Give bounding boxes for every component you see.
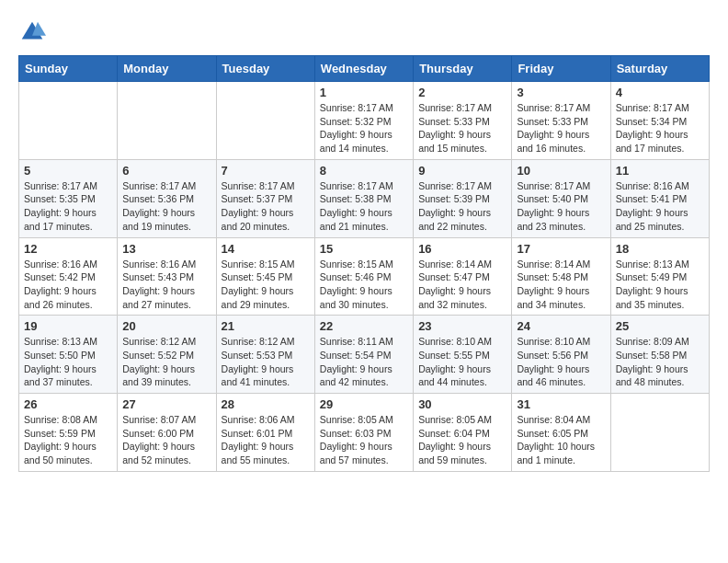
week-row-5: 26 Sunrise: 8:08 AMSunset: 5:59 PMDaylig…	[19, 394, 710, 472]
calendar-cell	[610, 394, 709, 472]
calendar-cell	[118, 82, 216, 160]
day-number: 17	[517, 242, 605, 256]
day-number: 3	[517, 86, 605, 99]
calendar-cell: 20 Sunrise: 8:12 AMSunset: 5:52 PMDaylig…	[118, 316, 216, 394]
calendar-cell: 5 Sunrise: 8:17 AMSunset: 5:35 PMDayligh…	[19, 159, 118, 237]
day-info: Sunrise: 8:17 AMSunset: 5:35 PMDaylight:…	[24, 179, 112, 234]
day-number: 4	[616, 86, 704, 99]
day-info: Sunrise: 8:04 AMSunset: 6:05 PMDaylight:…	[517, 413, 605, 467]
day-info: Sunrise: 8:17 AMSunset: 5:38 PMDaylight:…	[320, 179, 408, 234]
calendar-cell: 29 Sunrise: 8:05 AMSunset: 6:03 PMDaylig…	[314, 394, 413, 472]
day-info: Sunrise: 8:16 AMSunset: 5:42 PMDaylight:…	[24, 258, 112, 312]
calendar-cell: 28 Sunrise: 8:06 AMSunset: 6:01 PMDaylig…	[216, 394, 314, 472]
day-info: Sunrise: 8:11 AMSunset: 5:54 PMDaylight:…	[320, 335, 408, 389]
day-info: Sunrise: 8:12 AMSunset: 5:53 PMDaylight:…	[222, 335, 310, 389]
calendar-cell	[19, 82, 118, 160]
calendar-cell: 21 Sunrise: 8:12 AMSunset: 5:53 PMDaylig…	[216, 316, 314, 394]
day-info: Sunrise: 8:17 AMSunset: 5:37 PMDaylight:…	[222, 179, 310, 234]
day-info: Sunrise: 8:06 AMSunset: 6:01 PMDaylight:…	[222, 413, 310, 467]
calendar-cell: 2 Sunrise: 8:17 AMSunset: 5:33 PMDayligh…	[414, 82, 512, 160]
calendar-cell: 31 Sunrise: 8:04 AMSunset: 6:05 PMDaylig…	[512, 394, 610, 472]
calendar-cell: 24 Sunrise: 8:10 AMSunset: 5:56 PMDaylig…	[512, 316, 610, 394]
calendar-cell: 30 Sunrise: 8:05 AMSunset: 6:04 PMDaylig…	[414, 394, 512, 472]
weekday-header-monday: Monday	[118, 56, 216, 82]
day-number: 21	[222, 319, 310, 333]
day-number: 9	[418, 164, 506, 178]
weekday-header-tuesday: Tuesday	[216, 56, 314, 82]
day-info: Sunrise: 8:17 AMSunset: 5:39 PMDaylight:…	[418, 179, 506, 234]
calendar-cell: 25 Sunrise: 8:09 AMSunset: 5:58 PMDaylig…	[610, 316, 709, 394]
day-info: Sunrise: 8:17 AMSunset: 5:32 PMDaylight:…	[320, 101, 408, 155]
weekday-header-sunday: Sunday	[19, 56, 118, 82]
calendar-cell: 19 Sunrise: 8:13 AMSunset: 5:50 PMDaylig…	[19, 316, 118, 394]
calendar-cell: 22 Sunrise: 8:11 AMSunset: 5:54 PMDaylig…	[314, 316, 413, 394]
calendar: SundayMondayTuesdayWednesdayThursdayFrid…	[18, 55, 710, 472]
day-number: 22	[320, 319, 408, 333]
weekday-header-friday: Friday	[512, 56, 610, 82]
day-number: 16	[418, 242, 506, 256]
day-number: 6	[122, 164, 210, 178]
weekday-header-wednesday: Wednesday	[314, 56, 413, 82]
day-number: 28	[222, 397, 310, 411]
day-info: Sunrise: 8:07 AMSunset: 6:00 PMDaylight:…	[122, 413, 210, 467]
calendar-cell: 4 Sunrise: 8:17 AMSunset: 5:34 PMDayligh…	[610, 82, 709, 160]
calendar-cell: 13 Sunrise: 8:16 AMSunset: 5:43 PMDaylig…	[118, 237, 216, 316]
week-row-4: 19 Sunrise: 8:13 AMSunset: 5:50 PMDaylig…	[19, 316, 710, 394]
day-number: 18	[616, 242, 704, 256]
day-info: Sunrise: 8:14 AMSunset: 5:47 PMDaylight:…	[418, 258, 506, 312]
weekday-header-thursday: Thursday	[414, 56, 512, 82]
calendar-cell: 12 Sunrise: 8:16 AMSunset: 5:42 PMDaylig…	[19, 237, 118, 316]
header	[18, 18, 710, 46]
calendar-cell: 8 Sunrise: 8:17 AMSunset: 5:38 PMDayligh…	[314, 159, 413, 237]
day-number: 12	[24, 242, 112, 256]
day-number: 13	[122, 242, 210, 256]
weekday-header-row: SundayMondayTuesdayWednesdayThursdayFrid…	[19, 56, 710, 82]
day-number: 30	[418, 397, 506, 411]
logo-icon	[18, 18, 46, 46]
week-row-1: 1 Sunrise: 8:17 AMSunset: 5:32 PMDayligh…	[19, 82, 710, 160]
day-info: Sunrise: 8:17 AMSunset: 5:33 PMDaylight:…	[418, 101, 506, 155]
day-info: Sunrise: 8:17 AMSunset: 5:36 PMDaylight:…	[122, 179, 210, 234]
calendar-cell: 14 Sunrise: 8:15 AMSunset: 5:45 PMDaylig…	[216, 237, 314, 316]
day-info: Sunrise: 8:13 AMSunset: 5:49 PMDaylight:…	[616, 258, 704, 312]
day-info: Sunrise: 8:16 AMSunset: 5:41 PMDaylight:…	[616, 179, 704, 234]
day-number: 11	[616, 164, 704, 178]
calendar-cell: 26 Sunrise: 8:08 AMSunset: 5:59 PMDaylig…	[19, 394, 118, 472]
calendar-cell: 9 Sunrise: 8:17 AMSunset: 5:39 PMDayligh…	[414, 159, 512, 237]
calendar-cell: 6 Sunrise: 8:17 AMSunset: 5:36 PMDayligh…	[118, 159, 216, 237]
day-number: 26	[24, 397, 112, 411]
day-info: Sunrise: 8:05 AMSunset: 6:03 PMDaylight:…	[320, 413, 408, 467]
calendar-cell: 27 Sunrise: 8:07 AMSunset: 6:00 PMDaylig…	[118, 394, 216, 472]
page: SundayMondayTuesdayWednesdayThursdayFrid…	[0, 0, 728, 481]
day-info: Sunrise: 8:05 AMSunset: 6:04 PMDaylight:…	[418, 413, 506, 467]
calendar-cell: 17 Sunrise: 8:14 AMSunset: 5:48 PMDaylig…	[512, 237, 610, 316]
day-info: Sunrise: 8:13 AMSunset: 5:50 PMDaylight:…	[24, 335, 112, 389]
day-info: Sunrise: 8:15 AMSunset: 5:46 PMDaylight:…	[320, 258, 408, 312]
logo	[18, 18, 50, 46]
calendar-cell: 23 Sunrise: 8:10 AMSunset: 5:55 PMDaylig…	[414, 316, 512, 394]
calendar-cell: 3 Sunrise: 8:17 AMSunset: 5:33 PMDayligh…	[512, 82, 610, 160]
day-number: 29	[320, 397, 408, 411]
day-number: 24	[517, 319, 605, 333]
day-number: 1	[320, 86, 408, 99]
day-info: Sunrise: 8:10 AMSunset: 5:55 PMDaylight:…	[418, 335, 506, 389]
weekday-header-saturday: Saturday	[610, 56, 709, 82]
day-info: Sunrise: 8:15 AMSunset: 5:45 PMDaylight:…	[222, 258, 310, 312]
day-info: Sunrise: 8:17 AMSunset: 5:33 PMDaylight:…	[517, 101, 605, 155]
day-number: 19	[24, 319, 112, 333]
day-number: 10	[517, 164, 605, 178]
day-number: 20	[122, 319, 210, 333]
day-info: Sunrise: 8:09 AMSunset: 5:58 PMDaylight:…	[616, 335, 704, 389]
calendar-cell	[216, 82, 314, 160]
day-info: Sunrise: 8:17 AMSunset: 5:34 PMDaylight:…	[616, 101, 704, 155]
week-row-3: 12 Sunrise: 8:16 AMSunset: 5:42 PMDaylig…	[19, 237, 710, 316]
day-number: 27	[122, 397, 210, 411]
calendar-cell: 15 Sunrise: 8:15 AMSunset: 5:46 PMDaylig…	[314, 237, 413, 316]
day-number: 23	[418, 319, 506, 333]
day-number: 5	[24, 164, 112, 178]
day-number: 8	[320, 164, 408, 178]
calendar-cell: 1 Sunrise: 8:17 AMSunset: 5:32 PMDayligh…	[314, 82, 413, 160]
day-number: 31	[517, 397, 605, 411]
day-info: Sunrise: 8:12 AMSunset: 5:52 PMDaylight:…	[122, 335, 210, 389]
day-info: Sunrise: 8:16 AMSunset: 5:43 PMDaylight:…	[122, 258, 210, 312]
